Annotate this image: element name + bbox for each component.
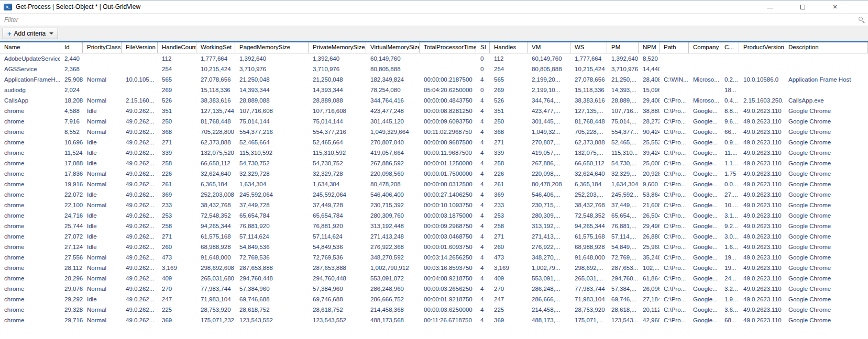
cell: 60,149,760: [366, 53, 420, 64]
table-row[interactable]: chrome22,072Idle49.0.262...369252,203,00…: [0, 189, 868, 200]
cell: C:\Pro...: [660, 210, 689, 221]
cell: 233: [490, 200, 528, 210]
cell: 270,807,040: [366, 137, 420, 148]
table-row[interactable]: chrome28,112Normal49.0.262...3,169298,69…: [0, 263, 868, 273]
column-header-productversion[interactable]: ProductVersion: [739, 42, 784, 53]
column-header-virtualmemorysize[interactable]: VirtualMemorySize: [366, 42, 420, 53]
cell: 61,575,168: [570, 231, 607, 242]
column-header-fileversion[interactable]: FileVersion: [122, 42, 158, 53]
cell: 351: [158, 106, 196, 116]
table-row[interactable]: chrome27,072Idle49.0.262...27161,575,168…: [0, 231, 868, 242]
add-criteria-button[interactable]: + Add criteria: [3, 28, 58, 39]
column-header-id[interactable]: Id: [60, 42, 83, 53]
cell: 3,169: [158, 263, 196, 273]
table-row[interactable]: chrome19,916Normal49.0.262...2616,365,18…: [0, 179, 868, 189]
cell: chrome: [0, 294, 60, 304]
table-row[interactable]: chrome29,716Normal49.0.262...369175,071,…: [0, 315, 868, 325]
table-row[interactable]: chrome8,552Normal49.0.262...368705,228,8…: [0, 127, 868, 137]
column-header-c[interactable]: C...: [720, 42, 739, 53]
table-row[interactable]: chrome29,292Idle49.0.262...24771,983,104…: [0, 294, 868, 304]
table-row[interactable]: chrome27,124Idle49.0.262...26068,988,928…: [0, 242, 868, 252]
cell: 423,477,248: [366, 106, 420, 116]
column-header-npm[interactable]: NPM: [639, 42, 660, 53]
column-header-name[interactable]: Name: [0, 42, 60, 53]
column-header-pm[interactable]: PM: [607, 42, 639, 53]
cell: 546,406,...: [528, 189, 570, 200]
cell: 28,889,...: [607, 95, 639, 106]
column-header-priorityclass[interactable]: PriorityClass: [83, 42, 122, 53]
column-header-workingset[interactable]: WorkingSet: [196, 42, 235, 53]
cell: 17,088: [60, 158, 83, 168]
table-row[interactable]: chrome22,100Normal49.0.262...23338,432,7…: [0, 200, 868, 210]
cell: C:\Pro...: [660, 304, 689, 315]
cell: 00:00:01.7500000: [420, 168, 476, 179]
table-row[interactable]: chrome29,076Normal49.0.262...27077,983,7…: [0, 284, 868, 294]
filter-bar: Filter: [0, 14, 868, 26]
cell: 00:00:00.0312500: [420, 179, 476, 189]
column-header-pagedmemorysize[interactable]: PagedMemorySize: [235, 42, 309, 53]
cell: 3,710,976: [235, 64, 309, 74]
cell: 127,135,744: [196, 106, 235, 116]
column-header-si[interactable]: SI: [476, 42, 490, 53]
maximize-button[interactable]: [786, 1, 819, 14]
cell: 25,908: [60, 74, 83, 85]
cell: 369: [490, 189, 528, 200]
minimize-button[interactable]: —: [754, 1, 786, 14]
cell: 28,753,920: [570, 304, 607, 315]
table-row[interactable]: ApplicationFrameH...25,908Normal10.0.105…: [0, 74, 868, 85]
cell: Google...: [689, 106, 720, 116]
cell: 19...: [720, 252, 739, 263]
cell: 80,805,888: [366, 64, 420, 74]
column-header-ws[interactable]: WS: [570, 42, 607, 53]
cell: 115,310...: [607, 148, 639, 158]
close-button[interactable]: ✕: [819, 1, 851, 14]
cell: 9.6...: [720, 116, 739, 127]
column-header-handlecount[interactable]: HandleCount: [158, 42, 196, 53]
column-header-path[interactable]: Path: [660, 42, 689, 53]
cell: 553,091,072: [366, 273, 420, 284]
column-header-totalprocessortime[interactable]: TotalProcessorTime: [420, 42, 476, 53]
cell: 267,886,...: [528, 158, 570, 168]
cell: 27,124: [60, 242, 83, 252]
table-row[interactable]: chrome11,524Idle49.0.262...339132,075,52…: [0, 148, 868, 158]
cell: 81,768,448: [570, 116, 607, 127]
table-row[interactable]: CallsApp18,208Normal2.15.160...52638,383…: [0, 95, 868, 106]
table-row[interactable]: chrome10,696Idle49.0.262...27162,373,888…: [0, 137, 868, 148]
column-header-company[interactable]: Company: [689, 42, 720, 53]
column-header-privatememorysize[interactable]: PrivateMemorySize: [309, 42, 366, 53]
cell: 6,365,184: [196, 179, 235, 189]
cell: 24...: [720, 273, 739, 284]
table-row[interactable]: AGSService2,36825410,215,4243,710,9763,7…: [0, 64, 868, 74]
cell: 214,458,368: [366, 304, 420, 315]
table-row[interactable]: chrome17,836Normal49.0.262...22632,624,6…: [0, 168, 868, 179]
cell: 00:00:03.1875000: [420, 210, 476, 221]
cell: Idle: [83, 231, 122, 242]
table-row[interactable]: chrome17,088Idle49.0.262...25866,650,112…: [0, 158, 868, 168]
cell: audiodg: [0, 85, 60, 95]
cell: 4: [476, 168, 490, 179]
table-row[interactable]: chrome7,916Normal49.0.262...25081,768,44…: [0, 116, 868, 127]
cell: 276,922,...: [528, 242, 570, 252]
table-row[interactable]: chrome24,716Idle49.0.262...25372,548,352…: [0, 210, 868, 221]
cell: 66...: [720, 127, 739, 137]
cell: Idle: [83, 106, 122, 116]
column-header-vm[interactable]: VM: [528, 42, 570, 53]
cell: 65,654,...: [607, 210, 639, 221]
table-row[interactable]: chrome28,296Normal49.0.262...409265,031,…: [0, 273, 868, 284]
table-row[interactable]: audiodg2,02426915,118,33614,393,34414,39…: [0, 85, 868, 95]
column-header-description[interactable]: Description: [784, 42, 868, 53]
table-row[interactable]: chrome29,328Normal49.0.262...22528,753,9…: [0, 304, 868, 315]
filter-input[interactable]: Filter: [4, 16, 18, 24]
cell: 4: [476, 179, 490, 189]
table-row[interactable]: chrome27,556Normal49.0.262...47391,648,0…: [0, 252, 868, 263]
cell: 14,393,...: [607, 85, 639, 95]
cell: Google Chrome: [784, 315, 868, 325]
table-row[interactable]: chrome25,744Idle49.0.262...25894,265,344…: [0, 221, 868, 231]
cell: C:\Pro...: [660, 294, 689, 304]
cell: 286,666,752: [366, 294, 420, 304]
cell: 72,548,352: [570, 210, 607, 221]
table-row[interactable]: chrome4,588Idle49.0.262...351127,135,744…: [0, 106, 868, 116]
cell: [784, 64, 868, 74]
table-row[interactable]: AdobeUpdateService2,4401121,777,6641,392…: [0, 53, 868, 64]
column-header-handles[interactable]: Handles: [490, 42, 528, 53]
